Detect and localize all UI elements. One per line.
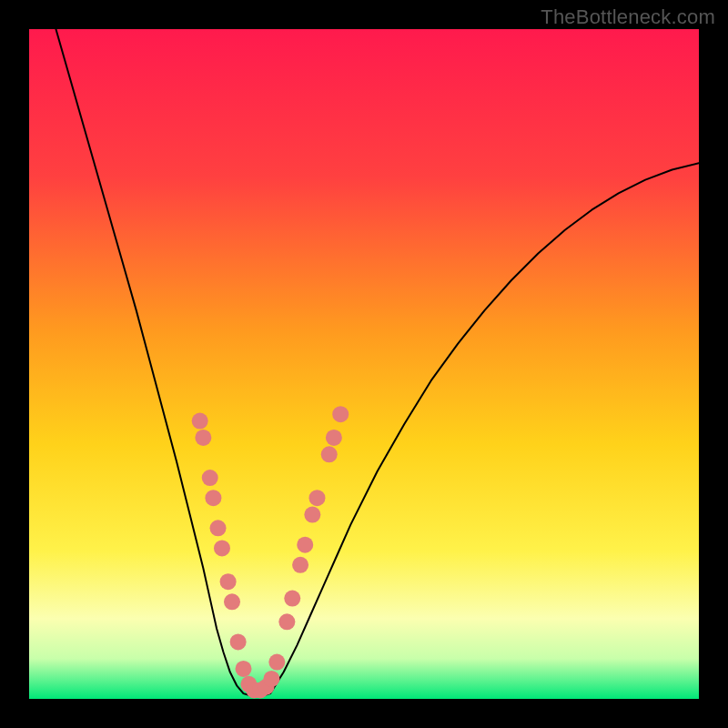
highlight-dot xyxy=(321,446,338,462)
highlight-dot xyxy=(332,406,349,422)
bottleneck-chart xyxy=(29,29,699,699)
highlight-dot xyxy=(326,430,342,446)
highlight-dot xyxy=(284,591,300,607)
highlight-dot xyxy=(202,470,218,486)
outer-frame: TheBottleneck.com xyxy=(0,0,728,728)
highlight-dot xyxy=(220,573,237,590)
highlight-dot xyxy=(292,557,308,573)
highlight-dot xyxy=(224,593,240,610)
highlight-dot xyxy=(210,520,227,536)
plot-area xyxy=(29,29,699,699)
highlight-dot xyxy=(192,413,208,430)
highlight-dot xyxy=(195,430,211,446)
highlight-dot xyxy=(263,671,279,687)
highlight-dot xyxy=(230,633,247,650)
highlight-dot xyxy=(278,613,295,630)
highlight-dot xyxy=(297,537,313,553)
highlight-dot xyxy=(304,507,320,523)
highlight-dot xyxy=(236,661,252,677)
highlight-dot xyxy=(268,654,285,671)
gradient-background xyxy=(29,29,699,699)
highlight-dot xyxy=(205,490,221,506)
highlight-dot xyxy=(308,490,325,506)
watermark-text: TheBottleneck.com xyxy=(541,5,715,29)
highlight-dot xyxy=(214,540,230,556)
